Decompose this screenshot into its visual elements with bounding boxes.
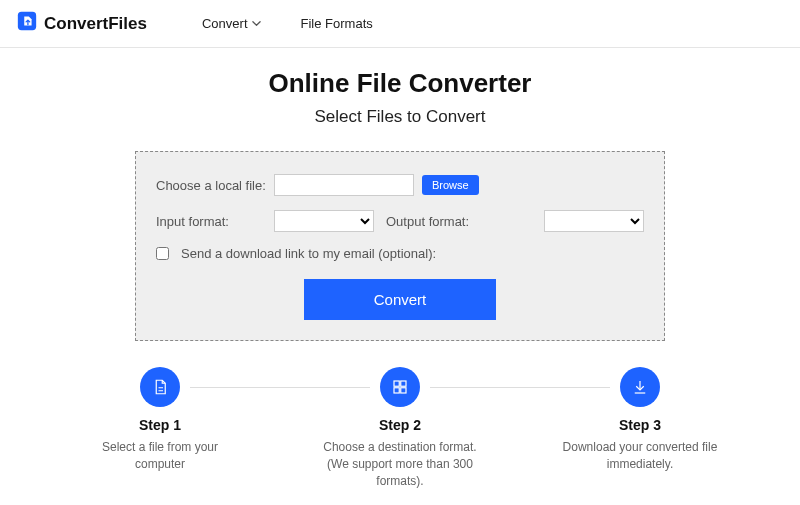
page-subtitle: Select Files to Convert: [0, 107, 800, 127]
step-desc: Select a file from your computer: [70, 439, 250, 473]
step-desc: Choose a destination format. (We support…: [310, 439, 490, 489]
row-email: Send a download link to my email (option…: [156, 246, 644, 261]
nav-item-file-formats[interactable]: File Formats: [301, 16, 373, 31]
convert-button[interactable]: Convert: [304, 279, 497, 320]
svg-rect-4: [401, 388, 406, 393]
hero: Online File Converter Select Files to Co…: [0, 48, 800, 137]
email-checkbox-label: Send a download link to my email (option…: [181, 246, 436, 261]
svg-rect-1: [394, 381, 399, 386]
input-format-label: Input format:: [156, 214, 266, 229]
page-title: Online File Converter: [0, 68, 800, 99]
step-title: Step 2: [310, 417, 490, 433]
brand-logo[interactable]: ConvertFiles: [16, 10, 147, 37]
step-title: Step 1: [70, 417, 250, 433]
row-local-file: Choose a local file: Browse: [156, 174, 644, 196]
output-format-select[interactable]: [544, 210, 644, 232]
file-icon: [140, 367, 180, 407]
local-file-label: Choose a local file:: [156, 178, 266, 193]
step-2: Step 2 Choose a destination format. (We …: [310, 367, 490, 489]
step-title: Step 3: [550, 417, 730, 433]
nav-item-label: Convert: [202, 16, 248, 31]
top-nav: ConvertFiles Convert File Formats: [0, 0, 800, 48]
logo-icon: [16, 10, 38, 37]
chevron-down-icon: [252, 16, 261, 31]
output-format-label: Output format:: [386, 214, 469, 229]
row-formats: Input format: Output format:: [156, 210, 644, 232]
step-1: Step 1 Select a file from your computer: [70, 367, 250, 489]
input-format-select[interactable]: [274, 210, 374, 232]
nav-item-label: File Formats: [301, 16, 373, 31]
step-3: Step 3 Download your converted file imme…: [550, 367, 730, 489]
svg-rect-2: [401, 381, 406, 386]
step-desc: Download your converted file immediately…: [550, 439, 730, 473]
svg-rect-3: [394, 388, 399, 393]
email-checkbox[interactable]: [156, 247, 169, 260]
local-file-input[interactable]: [274, 174, 414, 196]
nav-item-convert[interactable]: Convert: [202, 16, 261, 31]
browse-button[interactable]: Browse: [422, 175, 479, 195]
convert-form: Choose a local file: Browse Input format…: [135, 151, 665, 341]
download-icon: [620, 367, 660, 407]
steps: Step 1 Select a file from your computer …: [0, 367, 800, 489]
grid-icon: [380, 367, 420, 407]
brand-name: ConvertFiles: [44, 14, 147, 34]
